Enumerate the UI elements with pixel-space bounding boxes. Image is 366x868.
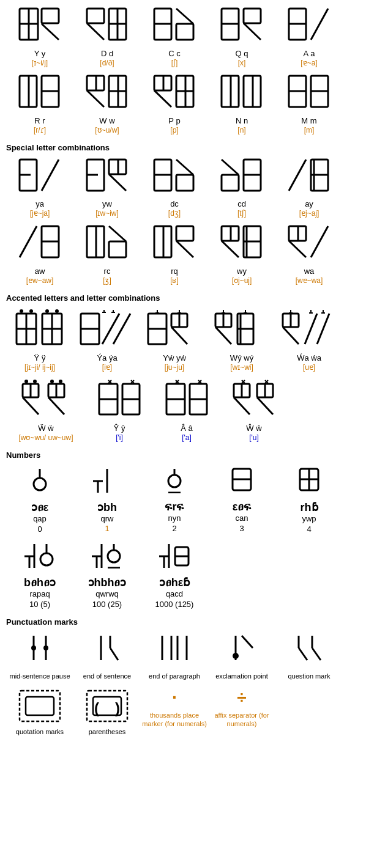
glyph-Aa	[165, 379, 208, 422]
glyph-question	[294, 633, 324, 669]
svg-line-215	[312, 648, 321, 660]
label-thousands: thousands place marker (for numerals)	[142, 711, 207, 729]
glyph-rq	[153, 225, 196, 265]
punct-question: question mark	[275, 630, 343, 683]
label-C: C c	[168, 49, 181, 58]
letter-cell-C: C c [ʃ]	[141, 5, 208, 70]
label-question: question mark	[288, 672, 330, 680]
phonetic-ya: [jɐ~ja]	[30, 209, 50, 218]
glyph-D	[86, 7, 129, 48]
svg-rect-218	[26, 697, 54, 715]
svg-line-141	[48, 397, 64, 414]
phonetic-D: [d/ð]	[100, 59, 114, 67]
phonetic-Ww2: ['u]	[249, 433, 259, 442]
punct-exclamation: exclamation point	[208, 630, 275, 683]
svg-line-58	[222, 160, 239, 175]
cell-Ya: Ýa ýa [iɐ]	[73, 306, 141, 374]
glyph-quotation	[18, 688, 61, 726]
glyph-exclamation	[230, 633, 254, 669]
glyph-thousands: ·	[172, 688, 177, 707]
glyph-dc	[153, 158, 196, 199]
label-wa: wa	[304, 267, 315, 276]
svg-line-162	[234, 397, 250, 414]
glyph-A	[288, 7, 331, 48]
num-sym-0	[6, 463, 73, 496]
glyph-Ya	[80, 309, 135, 352]
letter-row-1: Y y [ɪ~i/j] D d [d/ð]	[6, 5, 360, 70]
num-sym-4	[275, 463, 343, 496]
numbers-symbols-row	[6, 463, 360, 496]
phonetic-Yw: [ju~ju]	[165, 363, 184, 372]
section-title-special: Special letter combinations	[6, 143, 360, 152]
section-title-numbers: Numbers	[6, 451, 360, 460]
num-sym-1000	[141, 539, 208, 571]
svg-line-65	[20, 226, 37, 257]
label-ay: ay	[305, 199, 313, 208]
glyph-ay	[288, 158, 331, 199]
section-title-accented: Accented letters and letter combinations	[6, 293, 360, 303]
num-cell-4: rhɓ ywp 4	[275, 498, 343, 536]
glyph-wy	[220, 225, 263, 265]
label-Ya: Ýa ýa	[97, 353, 117, 362]
label-Wy: Wý wý	[230, 353, 253, 362]
punct-affix: ÷ affix separator (for numerals)	[208, 685, 275, 738]
phonetic-Yy: [jɪ~ji/ ij~ij]	[24, 363, 55, 372]
cell-yw: yw [ɪw~iw]	[73, 156, 141, 221]
svg-line-84	[289, 241, 306, 257]
glyph-end-paragraph	[159, 633, 190, 669]
label-Aa: Â â	[181, 424, 193, 433]
glyph-Yy2	[98, 379, 141, 422]
num-sym-2	[141, 463, 208, 496]
glyph-Y	[18, 7, 61, 48]
svg-rect-70	[109, 241, 126, 257]
numbers-compound-symbols	[6, 539, 360, 571]
label-Wa: Ẃa ẃa	[297, 353, 321, 362]
phonetic-Wy: [wɪ~wi]	[230, 363, 253, 372]
phonetic-W: [ʊ~u/w]	[95, 126, 119, 134]
svg-line-56	[176, 160, 193, 175]
cell-wy: wy [ʊj~uj]	[208, 223, 275, 287]
glyph-W	[86, 75, 129, 115]
glyph-cd	[220, 158, 263, 199]
glyph-C	[153, 7, 196, 48]
phonetic-Aa: ['a]	[182, 433, 192, 442]
phonetic-ay: [ɐj~aj]	[299, 209, 319, 218]
label-P: P p	[168, 116, 180, 125]
svg-point-90	[29, 309, 33, 313]
phonetic-Q: [x]	[238, 59, 246, 67]
letter-cell-R: R r [r/ɾ]	[6, 72, 73, 137]
svg-point-202	[43, 645, 48, 650]
svg-line-125	[283, 327, 299, 344]
label-N: N n	[236, 116, 248, 125]
glyph-Yy-acc	[15, 309, 64, 352]
svg-line-78	[222, 241, 239, 257]
cell-dc: dc [dʒ]	[141, 156, 208, 221]
label-wy: wy	[237, 267, 247, 276]
special-row-2: aw [ɐw~aw] rc [ʒ]	[6, 223, 360, 287]
svg-text:): )	[115, 700, 120, 716]
num-cell-0: ɔፀε qap 0	[6, 498, 73, 536]
svg-point-94	[45, 309, 49, 313]
phonetic-N: [n]	[237, 126, 245, 134]
svg-text:(: (	[94, 700, 99, 716]
svg-line-204	[110, 648, 118, 660]
label-end-sentence: end of sentence	[83, 672, 131, 680]
glyph-Yw	[147, 309, 202, 352]
label-rq: rq	[171, 267, 178, 276]
phonetic-rq: [ʁ]	[170, 276, 179, 285]
cell-Wa: Ẃa ẃa [uɐ]	[275, 306, 343, 374]
svg-line-13	[176, 9, 193, 24]
phonetic-M: [m]	[304, 126, 315, 134]
punct-parentheses: ( ) parentheses	[73, 685, 141, 738]
cell-cd: cd [tʃ]	[208, 156, 275, 221]
svg-point-186	[40, 553, 53, 565]
letter-cell-N: N n [n]	[208, 72, 275, 137]
label-parentheses: parentheses	[89, 727, 126, 736]
svg-line-167	[257, 397, 273, 414]
svg-line-61	[289, 160, 306, 191]
glyph-Ww2	[233, 379, 275, 422]
svg-line-213	[299, 648, 307, 660]
svg-line-131	[317, 314, 329, 344]
letter-row-2: R r [r/ɾ] W w [ʊ~u/w]	[6, 72, 360, 137]
cell-Ww2: Ŵ ŵ ['u]	[220, 377, 288, 444]
